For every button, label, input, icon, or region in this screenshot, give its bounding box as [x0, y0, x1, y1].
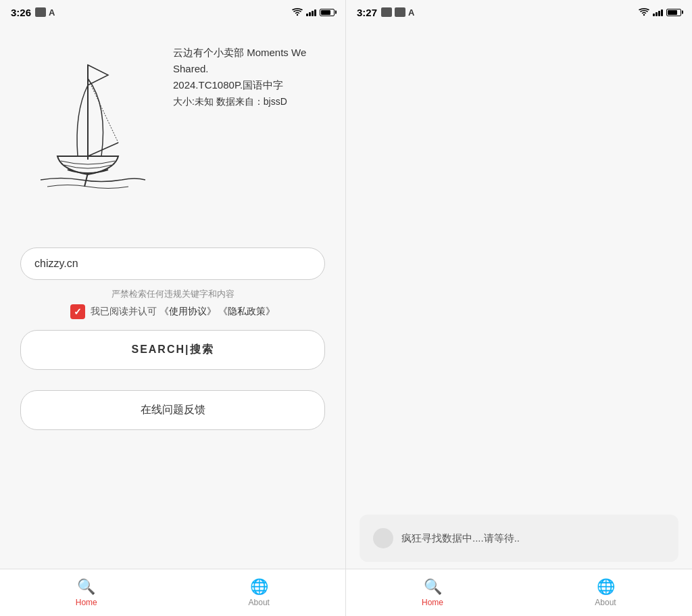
right-time: 3:27	[357, 7, 377, 18]
right-bottom-nav: 🔍 Home 🌐 About	[346, 569, 692, 616]
left-nav-home[interactable]: 🔍 Home	[0, 569, 173, 616]
top-info: 云边有个小卖部 Moments We Shared. 2024.TC1080P.…	[0, 24, 345, 234]
right-status-bar: 3:27 A	[346, 0, 692, 24]
movie-info: 云边有个小卖部 Moments We Shared. 2024.TC1080P.…	[173, 38, 332, 108]
left-status-right	[292, 8, 335, 16]
battery-icon	[320, 9, 335, 16]
right-nav-home[interactable]: 🔍 Home	[346, 569, 519, 616]
right-nav-home-label: Home	[422, 598, 443, 607]
a-icon: A	[49, 7, 55, 18]
search-input-wrapper[interactable]	[20, 247, 325, 280]
loading-card: 疯狂寻找数据中....请等待..	[360, 515, 678, 562]
right-status-left: 3:27 A	[357, 7, 414, 18]
movie-title: 云边有个小卖部 Moments We Shared. 2024.TC1080P.…	[173, 45, 332, 93]
left-nav-about-label: About	[249, 598, 270, 607]
feedback-button[interactable]: 在线问题反馈	[20, 390, 325, 430]
wifi-icon	[292, 8, 303, 16]
right-a-icon: A	[408, 7, 414, 18]
right-status-right	[639, 8, 681, 16]
right-spacer	[360, 38, 678, 515]
warning-text: 严禁检索任何违规关键字和内容	[20, 288, 325, 300]
movie-size: 大小:未知 数据来自：bjssD	[173, 96, 332, 108]
right-about-icon: 🌐	[597, 578, 615, 596]
boat-illustration	[14, 38, 162, 227]
left-time: 3:26	[11, 7, 31, 18]
right-content: 疯狂寻找数据中....请等待..	[346, 24, 692, 569]
left-nav-about[interactable]: 🌐 About	[173, 569, 346, 616]
agreement-row: ✓ 我已阅读并认可 《使用协议》 《隐私政策》	[20, 304, 325, 319]
search-section: 严禁检索任何违规关键字和内容 ✓ 我已阅读并认可 《使用协议》 《隐私政策》 S…	[0, 234, 345, 569]
left-phone-screen: 3:26 A	[0, 0, 346, 616]
home-search-icon: 🔍	[77, 578, 95, 596]
checkmark-icon: ✓	[74, 306, 82, 317]
loading-spinner-icon	[373, 528, 393, 548]
boat-svg	[20, 45, 155, 220]
signal-icon	[306, 8, 316, 16]
agreement-checkbox[interactable]: ✓	[70, 304, 85, 319]
right-home-search-icon: 🔍	[424, 578, 442, 596]
agreement-text: 我已阅读并认可 《使用协议》 《隐私政策》	[91, 306, 276, 318]
right-square-icon	[381, 7, 392, 17]
right-wifi-icon	[639, 8, 649, 16]
square-icon	[35, 7, 46, 17]
right-image-icon	[395, 7, 405, 17]
right-battery-icon	[666, 9, 681, 16]
left-status-left: 3:26 A	[11, 7, 55, 18]
right-signal-icon	[653, 8, 663, 16]
loading-text: 疯狂寻找数据中....请等待..	[401, 532, 520, 545]
right-phone-screen: 3:27 A	[346, 0, 692, 616]
left-status-icons: A	[35, 7, 55, 18]
about-icon: 🌐	[250, 578, 268, 596]
left-nav-home-label: Home	[76, 598, 97, 607]
right-nav-about[interactable]: 🌐 About	[519, 569, 692, 616]
left-bottom-nav: 🔍 Home 🌐 About	[0, 569, 345, 616]
search-input[interactable]	[34, 258, 311, 270]
svg-line-5	[84, 173, 88, 187]
left-content: 云边有个小卖部 Moments We Shared. 2024.TC1080P.…	[0, 24, 345, 569]
left-status-bar: 3:26 A	[0, 0, 345, 24]
search-button[interactable]: SEARCH|搜索	[20, 330, 325, 370]
right-nav-about-label: About	[595, 598, 616, 607]
right-status-icons: A	[381, 7, 414, 18]
